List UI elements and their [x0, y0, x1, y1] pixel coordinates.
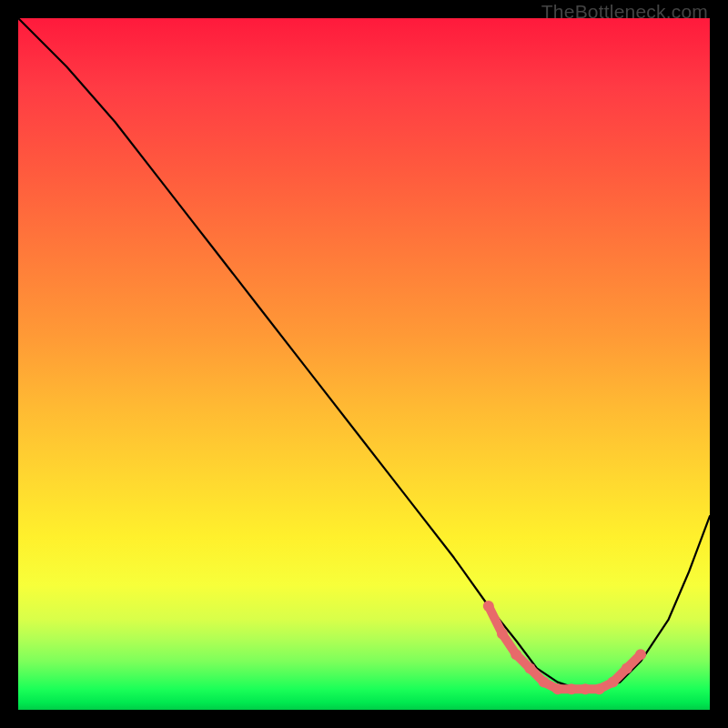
optimal-band-dot: [511, 649, 521, 660]
optimal-band-dot: [593, 683, 604, 694]
plot-area: [18, 18, 710, 710]
optimal-band-dot: [580, 683, 591, 694]
optimal-band-dot: [635, 649, 646, 660]
optimal-band-dot: [622, 662, 632, 673]
optimal-band-dot: [552, 683, 563, 694]
chart-svg: [18, 18, 710, 710]
optimal-band-dot: [483, 601, 494, 612]
optimal-band-line: [489, 606, 641, 689]
optimal-band-dot: [524, 662, 535, 673]
optimal-band-dot: [539, 677, 550, 688]
curve-group: [18, 18, 710, 694]
chart-frame: TheBottleneck.com: [0, 0, 728, 728]
watermark-text: TheBottleneck.com: [541, 1, 708, 23]
optimal-band-dot: [608, 677, 619, 688]
bottleneck-curve-line: [18, 18, 710, 689]
optimal-band-dot: [566, 683, 577, 694]
optimal-band-dot: [497, 628, 508, 639]
